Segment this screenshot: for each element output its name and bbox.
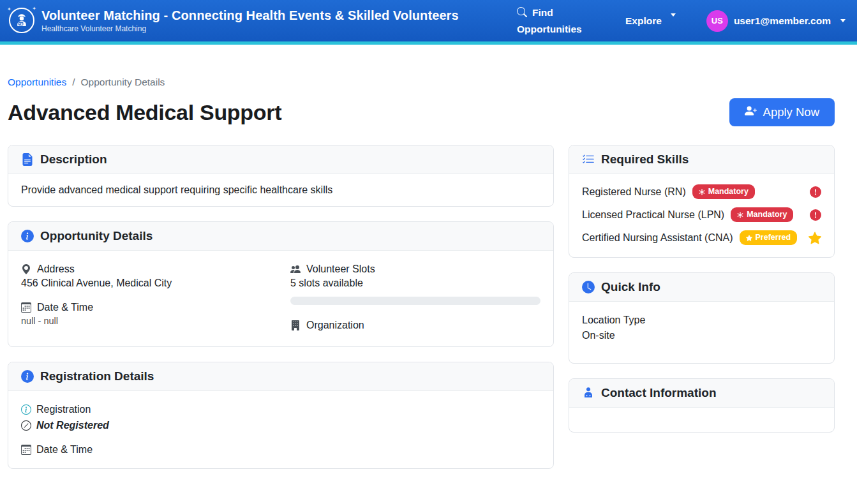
contact-information-title: Contact Information bbox=[601, 384, 717, 402]
address-label-row: Address bbox=[21, 263, 271, 275]
clock-icon bbox=[582, 281, 595, 293]
slots-label-row: Volunteer Slots bbox=[290, 263, 540, 275]
chevron-down-icon bbox=[840, 19, 846, 22]
datetime-label-row: Date & Time bbox=[21, 302, 271, 313]
left-column: Description Provide advanced medical sup… bbox=[8, 145, 554, 469]
user-menu-dropdown[interactable]: US user1@member.com bbox=[706, 10, 846, 32]
mandatory-badge: Mandatory bbox=[731, 207, 793, 222]
description-card-title: Description bbox=[40, 151, 107, 168]
opportunity-details-title: Opportunity Details bbox=[40, 227, 153, 245]
address-label: Address bbox=[37, 263, 75, 275]
registration-datetime-label: Date & Time bbox=[36, 444, 93, 456]
building-icon bbox=[290, 320, 301, 330]
required-skills-body: Registered Nurse (RN) Mandatory Licensed… bbox=[569, 174, 834, 257]
slots-value: 5 slots available bbox=[290, 278, 540, 289]
person-plus-icon bbox=[745, 105, 757, 120]
person-icon bbox=[582, 387, 595, 399]
registration-datetime-row: Date & Time bbox=[21, 444, 540, 456]
user-email: user1@member.com bbox=[734, 15, 831, 27]
apply-now-label: Apply Now bbox=[763, 105, 819, 119]
registration-details-header: Registration Details bbox=[8, 362, 553, 391]
file-text-icon bbox=[21, 153, 34, 166]
asterisk-icon bbox=[699, 189, 705, 195]
asterisk-icon bbox=[737, 212, 743, 218]
content-grid: Description Provide advanced medical sup… bbox=[8, 145, 835, 469]
nav-find-opportunities[interactable]: Find Opportunities bbox=[517, 5, 595, 36]
right-column: Required Skills Registered Nurse (RN) Ma… bbox=[569, 145, 835, 433]
info-circle-icon bbox=[21, 370, 34, 383]
description-card-header: Description bbox=[8, 145, 553, 174]
contact-information-header: Contact Information bbox=[569, 379, 834, 408]
skill-name: Licensed Practical Nurse (LPN) bbox=[582, 209, 724, 221]
breadcrumb-opportunities-link[interactable]: Opportunities bbox=[8, 77, 66, 88]
main-content: Opportunities / Opportunity Details Adva… bbox=[0, 77, 857, 469]
required-skills-title: Required Skills bbox=[601, 151, 689, 168]
opportunity-details-body: Address 456 Clinical Avenue, Medical Cit… bbox=[8, 251, 553, 346]
brand-text: Volunteer Matching - Connecting Health E… bbox=[41, 8, 459, 33]
nav-explore-dropdown[interactable]: Explore bbox=[625, 13, 676, 28]
navbar-links: Find Opportunities Explore US user1@memb… bbox=[517, 5, 846, 36]
sparkle-icon: ✦ bbox=[7, 6, 11, 12]
skill-name: Registered Nurse (RN) bbox=[582, 186, 686, 198]
skill-row: Licensed Practical Nurse (LPN) Mandatory bbox=[582, 207, 821, 222]
skill-row: Registered Nurse (RN) Mandatory bbox=[582, 184, 821, 199]
badge-label: Mandatory bbox=[747, 210, 787, 219]
details-right-col: Volunteer Slots 5 slots available Organi… bbox=[290, 263, 540, 334]
page-title: Advanced Medical Support bbox=[8, 100, 281, 125]
sparkle-icon: ✦ bbox=[32, 6, 36, 11]
navbar: ✦ ✦ Volunteer Matching - Connecting Heal… bbox=[0, 0, 857, 45]
people-icon bbox=[290, 264, 301, 274]
search-icon bbox=[517, 6, 527, 21]
breadcrumb-current: Opportunity Details bbox=[81, 77, 165, 88]
calendar-icon bbox=[21, 445, 31, 455]
brand-subtitle: Healthcare Volunteer Matching bbox=[41, 24, 459, 33]
calendar-icon bbox=[21, 302, 31, 313]
address-value: 456 Clinical Avenue, Medical City bbox=[21, 278, 271, 289]
description-card: Description Provide advanced medical sup… bbox=[8, 145, 554, 207]
exclamation-circle-icon bbox=[810, 186, 821, 198]
chevron-down-icon bbox=[671, 13, 676, 17]
star-icon bbox=[746, 235, 752, 241]
star-icon bbox=[809, 232, 821, 244]
required-skills-card: Required Skills Registered Nurse (RN) Ma… bbox=[569, 145, 835, 258]
quick-info-title: Quick Info bbox=[601, 278, 660, 296]
details-left-col: Address 456 Clinical Avenue, Medical Cit… bbox=[21, 263, 271, 334]
quick-info-card: Quick Info Location Type On-site bbox=[569, 272, 835, 364]
slots-progress-bar bbox=[290, 297, 540, 305]
nurse-badge-icon: ✦ ✦ bbox=[9, 8, 34, 33]
breadcrumb: Opportunities / Opportunity Details bbox=[8, 77, 835, 88]
slash-circle-icon bbox=[21, 420, 31, 431]
quick-info-body: Location Type On-site bbox=[569, 302, 834, 363]
mandatory-badge: Mandatory bbox=[692, 184, 755, 199]
registration-status-row: Not Registered bbox=[21, 420, 540, 431]
organization-label: Organization bbox=[306, 320, 364, 331]
contact-information-card: Contact Information bbox=[569, 378, 835, 433]
badge-label: Mandatory bbox=[708, 187, 749, 196]
nav-explore-label: Explore bbox=[625, 13, 662, 28]
registration-details-card: Registration Details Registration Not Re… bbox=[8, 362, 554, 469]
title-row: Advanced Medical Support Apply Now bbox=[8, 98, 835, 126]
geo-pin-icon bbox=[21, 264, 31, 274]
preferred-badge: Preferred bbox=[740, 230, 798, 245]
info-circle-icon bbox=[21, 230, 34, 242]
opportunity-details-card: Opportunity Details Address 456 Clinical… bbox=[8, 221, 554, 347]
list-check-icon bbox=[582, 153, 595, 166]
registration-status: Not Registered bbox=[36, 420, 109, 431]
slots-label: Volunteer Slots bbox=[306, 263, 375, 275]
datetime-label: Date & Time bbox=[37, 302, 93, 313]
skill-row: Certified Nursing Assistant (CNA) Prefer… bbox=[582, 230, 821, 245]
registration-details-title: Registration Details bbox=[40, 367, 154, 385]
avatar: US bbox=[706, 10, 728, 32]
location-type-label: Location Type bbox=[582, 315, 821, 326]
breadcrumb-separator: / bbox=[72, 77, 75, 88]
brand[interactable]: ✦ ✦ Volunteer Matching - Connecting Heal… bbox=[9, 8, 459, 33]
apply-now-button[interactable]: Apply Now bbox=[729, 98, 835, 126]
opportunity-details-header: Opportunity Details bbox=[8, 222, 553, 251]
registration-label-row: Registration bbox=[21, 404, 540, 415]
brand-title: Volunteer Matching - Connecting Health E… bbox=[41, 8, 459, 23]
location-type-value: On-site bbox=[582, 330, 821, 341]
description-text: Provide advanced medical support requiri… bbox=[8, 174, 553, 206]
registration-label: Registration bbox=[36, 404, 91, 415]
quick-info-header: Quick Info bbox=[569, 273, 834, 302]
contact-information-body bbox=[569, 408, 834, 432]
